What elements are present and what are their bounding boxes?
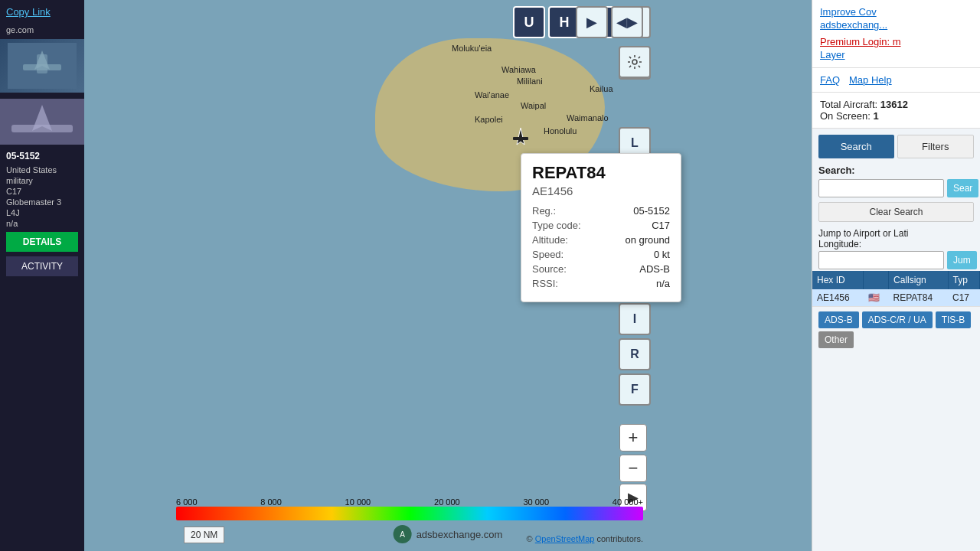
col-hex-id[interactable]: Hex ID xyxy=(812,271,864,289)
aircraft-image-1 xyxy=(0,39,84,93)
layer-link[interactable]: Layer xyxy=(820,49,845,60)
activity-button[interactable]: ACTIVITY xyxy=(6,256,78,276)
filters-tab-btn[interactable]: Filters xyxy=(897,135,975,158)
alt-label-5: 40 000+ xyxy=(612,497,643,507)
premium-login-link[interactable]: Premium Login: m xyxy=(820,36,972,47)
attribution-suffix: contributors. xyxy=(594,534,643,543)
map-side-nav: ▶ ◀▶ xyxy=(576,6,643,38)
aircraft-table-container: Hex ID Callsign Typ AE1456 🇺🇸 REPAT84 C1… xyxy=(812,271,980,307)
popup-hex: AE1456 xyxy=(532,184,670,197)
popup-type-row: Type code: C17 xyxy=(532,220,670,231)
popup-speed-label: Speed: xyxy=(532,249,564,260)
source-adsb-btn[interactable]: ADS-B xyxy=(818,311,859,328)
btn-I[interactable]: I xyxy=(619,303,651,335)
sidebar-extra: n/a xyxy=(0,218,84,229)
zoom-out-btn[interactable]: − xyxy=(619,455,647,482)
adsb-logo: A adsbexchange.com xyxy=(394,525,503,543)
table-row[interactable]: AE1456 🇺🇸 REPAT84 C17 xyxy=(812,289,980,307)
right-panel-header: Improve Cov adsbexchang... Premium Login… xyxy=(812,0,980,68)
popup-alt-row: Altitude: on ground xyxy=(532,234,670,246)
attribution-text: © xyxy=(527,534,535,543)
alt-label-0: 6 000 xyxy=(176,497,198,507)
svg-rect-6 xyxy=(11,125,73,132)
aircraft-image-2 xyxy=(0,99,84,145)
svg-point-11 xyxy=(632,60,637,64)
svg-marker-7 xyxy=(517,128,524,145)
nav-btn-U[interactable]: U xyxy=(513,6,545,38)
aircraft-table: Hex ID Callsign Typ AE1456 🇺🇸 REPAT84 C1… xyxy=(812,271,980,307)
search-section-label: Search: xyxy=(812,161,980,178)
total-aircraft-value: 13612 xyxy=(880,99,908,110)
source-adsc-btn[interactable]: ADS-C/R / UA xyxy=(862,311,933,328)
map-area[interactable]: Moluku'eia Wahiawa Mililani Wai'anae Wai… xyxy=(84,0,812,551)
improve-coverage-link[interactable]: Improve Cov xyxy=(820,6,972,18)
left-sidebar: Copy Link ge.com 05-5152 United States m… xyxy=(0,0,84,551)
popup-source-label: Source: xyxy=(532,263,567,275)
popup-type-label: Type code: xyxy=(532,220,581,231)
search-row: Sear xyxy=(812,178,980,199)
alt-label-2: 10 000 xyxy=(345,497,371,507)
sidebar-country: United States xyxy=(0,165,84,175)
adsb-exchange-link[interactable]: adsbexchang... xyxy=(820,19,887,31)
popup-callsign: REPAT84 xyxy=(532,163,670,183)
search-filters-row: Search Filters xyxy=(812,129,980,161)
popup-speed-row: Speed: 0 kt xyxy=(532,249,670,260)
details-button[interactable]: DETAILS xyxy=(6,232,78,252)
aircraft-icon[interactable] xyxy=(509,126,532,149)
svg-rect-8 xyxy=(513,137,528,140)
col-callsign[interactable]: Callsign xyxy=(889,271,948,289)
btn-R[interactable]: R xyxy=(619,338,651,370)
sidebar-type: C17 xyxy=(0,186,84,197)
alt-label-1: 8 000 xyxy=(260,497,282,507)
zoom-in-btn[interactable]: + xyxy=(619,424,647,452)
map-help-link[interactable]: Map Help xyxy=(849,74,892,86)
popup-rssi-row: RSSI: n/a xyxy=(532,278,670,289)
jump-btn[interactable]: Jum xyxy=(947,251,977,269)
popup-source-value: ADS-B xyxy=(639,263,670,275)
jump-input[interactable] xyxy=(818,251,944,269)
sidebar-url: ge.com xyxy=(0,24,84,36)
alt-label-4: 30 000 xyxy=(523,497,549,507)
cell-type: C17 xyxy=(948,289,979,307)
adsb-watermark-text: adsbexchange.com xyxy=(416,529,503,540)
longitude-label: Longitude: xyxy=(812,239,980,249)
copy-link[interactable]: Copy Link xyxy=(0,0,84,24)
sidebar-reg: 05-5152 xyxy=(0,148,84,165)
col-type[interactable]: Typ xyxy=(948,271,979,289)
altitude-bar xyxy=(176,507,643,520)
on-screen-label: On Screen: xyxy=(820,110,871,122)
nav-next-btn[interactable]: ▶ xyxy=(576,6,608,38)
zoom-controls: + − xyxy=(619,424,647,482)
popup-speed-value: 0 kt xyxy=(654,249,670,260)
popup-reg-label: Reg.: xyxy=(532,205,556,217)
col-flag[interactable] xyxy=(864,271,889,289)
cell-flag: 🇺🇸 xyxy=(864,289,889,307)
stats-section: Total Aircraft: 13612 On Screen: 1 xyxy=(812,93,980,129)
cell-callsign: REPAT84 xyxy=(889,289,948,307)
popup-rssi-value: n/a xyxy=(656,278,670,289)
popup-alt-label: Altitude: xyxy=(532,234,568,246)
total-aircraft-label: Total Aircraft: xyxy=(820,99,877,110)
popup-rssi-label: RSSI: xyxy=(532,278,558,289)
adsb-logo-icon: A xyxy=(394,525,412,543)
clear-search-btn[interactable]: Clear Search xyxy=(818,202,974,222)
search-tab-btn[interactable]: Search xyxy=(818,135,894,158)
sidebar-name: Globemaster 3 xyxy=(0,197,84,207)
source-tisb-btn[interactable]: TIS-B xyxy=(936,311,972,328)
btn-F[interactable]: F xyxy=(619,373,651,406)
jump-row: Jum xyxy=(812,249,980,271)
search-input[interactable] xyxy=(818,179,944,197)
nav-prev-btn[interactable]: ◀▶ xyxy=(611,6,643,38)
alt-label-3: 20 000 xyxy=(434,497,460,507)
search-go-btn[interactable]: Sear xyxy=(947,179,978,197)
nm-scale: 20 NM xyxy=(184,527,224,543)
popup-type-value: C17 xyxy=(652,220,670,231)
faq-link[interactable]: FAQ xyxy=(820,74,840,86)
openstreetmap-link[interactable]: OpenStreetMap xyxy=(535,534,595,543)
settings-btn[interactable] xyxy=(619,46,651,78)
source-buttons-row: ADS-B ADS-C/R / UA TIS-B Other xyxy=(812,307,980,353)
svg-rect-3 xyxy=(37,54,47,73)
popup-reg-value: 05-5152 xyxy=(633,205,670,217)
popup-reg-row: Reg.: 05-5152 xyxy=(532,205,670,217)
source-other-btn[interactable]: Other xyxy=(818,331,854,348)
